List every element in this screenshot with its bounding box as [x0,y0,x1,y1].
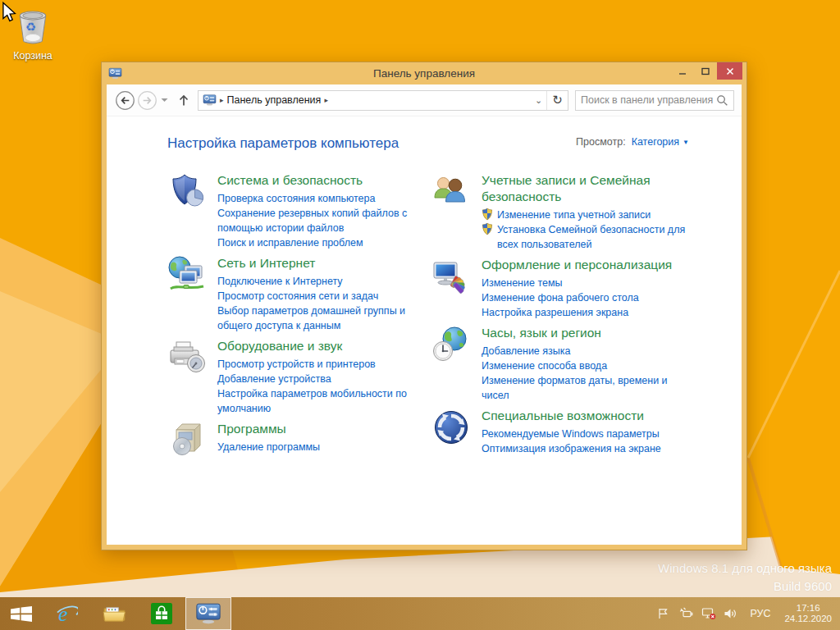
category-link[interactable]: Сохранение резервных копий файлов с помо… [217,206,414,235]
category-title[interactable]: Специальные возможности [482,408,644,424]
taskbar-store-button[interactable] [138,597,185,630]
desktop: ♻ Корзина Windows 8.1 для одного языка B… [0,0,840,630]
svg-text:♻: ♻ [25,20,36,34]
chevron-down-icon: ▼ [682,139,689,146]
category-body: Специальные возможностиРекомендуемые Win… [482,408,691,456]
recent-pages-dropdown[interactable] [158,98,171,103]
category-section: Учетные записи и Семейная безопасностьИз… [431,172,710,252]
volume-icon[interactable] [724,607,738,620]
category-title[interactable]: Часы, язык и регион [482,325,601,341]
category-title[interactable]: Система и безопасность [217,172,363,189]
system-tray: РУС 17:16 24.12.2020 [657,597,840,630]
clock-region-icon[interactable] [431,325,471,364]
category-link[interactable]: Выбор параметров домашней группы и общег… [217,304,414,333]
view-by-dropdown[interactable]: Категория ▼ [632,136,689,148]
tray-date: 24.12.2020 [784,614,832,624]
category-link[interactable]: Просмотр состояния сети и задач [217,289,414,304]
category-link[interactable]: Оптимизация изображения на экране [482,441,691,456]
programs-icon[interactable] [167,421,207,460]
category-link-text: Изменение типа учетной записи [497,208,651,222]
breadcrumb-chevron-icon[interactable]: ▸ [220,96,224,104]
system-security-icon[interactable] [167,172,207,212]
user-accounts-icon[interactable] [431,172,471,212]
maximize-button[interactable] [694,62,717,80]
hardware-sound-icon[interactable] [167,338,207,377]
category-section: Оформление и персонализацияИзменение тем… [431,257,710,320]
category-body: Сеть и ИнтернетПодключение к ИнтернетуПр… [217,255,414,333]
category-body: Оформление и персонализацияИзменение тем… [482,257,691,320]
back-button[interactable] [115,90,135,111]
view-by-label: Просмотр: [576,136,626,148]
category-section: ПрограммыУдаление программы [167,421,431,460]
uac-shield-icon [482,208,493,221]
address-bar[interactable]: ▸ Панель управления ▸ ⌄ ↻ [198,90,568,111]
language-indicator[interactable]: РУС [750,608,770,619]
tray-time: 17:16 [784,603,832,614]
category-link[interactable]: Проверка состояния компьютера [217,191,414,206]
category-link[interactable]: Настройка параметров мобильности по умол… [217,386,414,416]
appearance-icon[interactable] [431,257,471,296]
cursor-arrow-icon [2,2,18,27]
internet-explorer-icon: e [56,603,78,625]
action-center-flag-icon[interactable] [657,607,672,620]
ease-of-access-icon[interactable] [431,408,471,447]
category-link[interactable]: Подключение к Интернету [217,274,414,289]
taskbar-control-panel-button[interactable] [185,597,231,630]
category-link[interactable]: Изменение способа ввода [482,358,691,373]
store-icon [151,603,172,624]
category-link[interactable]: Удаление программы [217,440,414,454]
category-link[interactable]: Изменение темы [482,276,691,290]
tray-clock[interactable]: 17:16 24.12.2020 [784,603,832,624]
address-dropdown-icon[interactable]: ⌄ [530,94,546,107]
build-watermark: Windows 8.1 для одного языка Build 9600 [658,559,832,596]
category-link[interactable]: Изменение типа учетной записи [482,208,691,222]
category-body: Оборудование и звукПросмотр устройств и … [217,338,414,416]
category-link[interactable]: Изменение форматов даты, времени и чисел [482,373,691,403]
forward-button[interactable] [137,90,158,111]
control-panel-icon [195,603,221,624]
taskbar-file-explorer-button[interactable] [90,597,138,630]
power-icon[interactable] [679,607,694,620]
up-button[interactable] [176,93,191,107]
navigation-toolbar: ▸ Панель управления ▸ ⌄ ↻ [107,84,742,116]
category-link[interactable]: Добавление устройства [217,372,414,386]
category-section: Специальные возможностиРекомендуемые Win… [431,408,710,456]
refresh-icon[interactable]: ↻ [546,91,568,110]
category-link[interactable]: Поиск и исправление проблем [217,235,414,250]
category-title[interactable]: Оборудование и звук [217,338,342,354]
taskbar-start-button[interactable] [0,597,43,630]
window-client-area: ▸ Панель управления ▸ ⌄ ↻ Настройка пара… [107,84,742,545]
category-section: Сеть и ИнтернетПодключение к ИнтернетуПр… [167,255,431,333]
recycle-bin-icon[interactable]: ♻ [14,34,52,48]
search-box[interactable] [575,90,734,111]
category-link[interactable]: Установка Семейной безопасности для всех… [482,222,691,252]
network-status-icon[interactable] [701,607,716,620]
uac-shield-icon [482,223,493,235]
breadcrumb[interactable]: Панель управления [227,94,322,106]
watermark-build: Build 9600 [658,578,832,596]
close-button[interactable] [717,62,742,80]
search-icon[interactable] [716,94,728,107]
category-body: Учетные записи и Семейная безопасностьИз… [482,172,691,252]
search-input[interactable] [581,94,716,106]
category-link[interactable]: Изменение фона рабочего стола [482,290,691,305]
breadcrumb-chevron-icon[interactable]: ▸ [324,96,328,104]
category-title[interactable]: Учетные записи и Семейная безопасность [482,172,691,205]
control-panel-window: Панель управления [101,62,747,550]
category-link[interactable]: Просмотр устройств и принтеров [217,357,414,372]
watermark-edition: Windows 8.1 для одного языка [658,559,832,578]
breadcrumb-control-panel-icon [203,94,217,106]
category-link[interactable]: Добавление языка [482,344,691,358]
taskbar-internet-explorer-button[interactable]: e [43,597,90,630]
network-internet-icon[interactable] [167,255,207,294]
titlebar[interactable]: Панель управления [102,62,746,84]
category-section: Оборудование и звукПросмотр устройств и … [167,338,431,416]
category-title[interactable]: Программы [217,421,286,437]
recycle-bin-label: Корзина [7,50,59,62]
category-link[interactable]: Настройка разрешения экрана [482,305,691,320]
minimize-button[interactable] [671,62,694,80]
control-panel-home: Настройка параметров компьютера Просмотр… [107,116,742,545]
category-title[interactable]: Оформление и персонализация [482,257,672,273]
category-title[interactable]: Сеть и Интернет [217,255,315,272]
category-link[interactable]: Рекомендуемые Windows параметры [482,427,691,441]
